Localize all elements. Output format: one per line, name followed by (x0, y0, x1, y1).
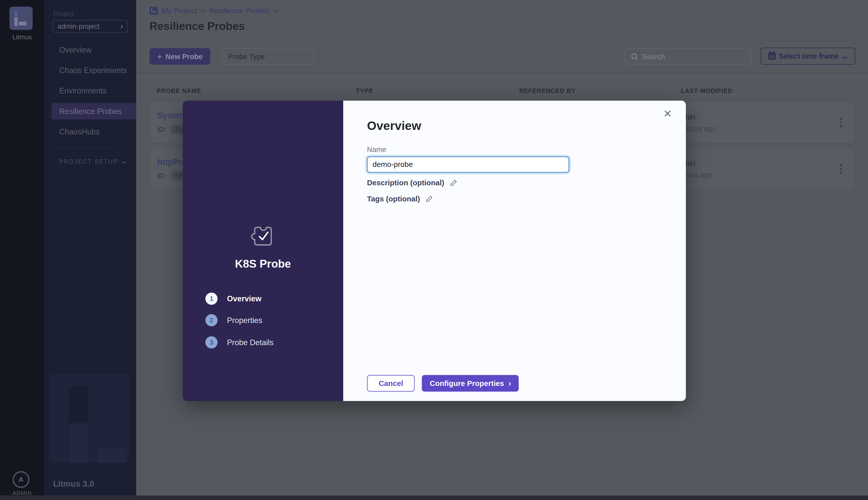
step-properties[interactable]: 2 Properties (205, 314, 262, 326)
description-field: Description (optional) (367, 179, 457, 187)
modified-by: admin (674, 159, 833, 168)
col-type: TYPE (349, 87, 512, 94)
sidebar-item-chaoshubs[interactable]: ChaosHubs (52, 123, 136, 140)
next-chevron-icon: › (509, 379, 511, 388)
bottom-bar (0, 496, 868, 500)
edit-pencil-icon[interactable] (426, 195, 433, 203)
sidebar-divider (53, 148, 117, 149)
modal-heading: Overview (367, 119, 421, 133)
kebab-menu-icon[interactable] (833, 114, 849, 131)
version-label: Litmus 3.0 (53, 479, 94, 488)
breadcrumb-logo-icon (149, 7, 158, 15)
sidebar-item-overview[interactable]: Overview (52, 42, 136, 58)
step-probe-details[interactable]: 3 Probe Details (205, 336, 273, 349)
configure-properties-button[interactable]: Configure Properties › (422, 375, 519, 391)
sidebar-rail: Litmus A ADMIN (0, 0, 44, 496)
litmus-logo[interactable] (9, 7, 33, 30)
tags-field: Tags (optional) (367, 195, 433, 203)
search-input[interactable]: Search (625, 48, 751, 65)
chevron-down-icon: ⌄ (121, 158, 128, 165)
step-overview[interactable]: 1 Overview (205, 293, 261, 305)
page-title: Resilience Probes (149, 20, 245, 33)
plus-icon: + (157, 52, 162, 61)
logo-label: Litmus (0, 33, 44, 41)
modal-side-panel: K8S Probe 1 Overview 2 Properties 3 Prob… (183, 101, 343, 401)
kebab-menu-icon[interactable] (833, 161, 849, 177)
sidebar-item-resilience-probes[interactable]: Resilience Probes (52, 103, 136, 120)
timeframe-chevron-icon: ⌄ (841, 53, 849, 60)
name-label: Name (367, 146, 386, 154)
project-name: admin-project (58, 22, 100, 30)
toolbar-divider (136, 72, 868, 73)
select-caret-icon: ⌄ (302, 53, 309, 60)
create-probe-modal: K8S Probe 1 Overview 2 Properties 3 Prob… (183, 101, 686, 401)
sidebar-item-chaos-experiments[interactable]: Chaos Experiments (52, 62, 136, 79)
cancel-button[interactable]: Cancel (367, 375, 415, 391)
new-probe-button[interactable]: + New Probe (149, 48, 210, 65)
modified-when: 22 hours ago (674, 124, 833, 133)
breadcrumb-resilience-probes[interactable]: Resilience Probes (209, 7, 269, 15)
project-selector[interactable]: admin-project › (53, 20, 128, 33)
close-icon[interactable]: ✕ (661, 106, 675, 121)
calendar-icon (768, 53, 776, 60)
name-field[interactable] (367, 157, 569, 173)
project-setup-label: PROJECT SETUP (59, 158, 118, 164)
sidebar: Project admin-project › Overview Chaos E… (44, 0, 136, 496)
col-probe-name: PROBE NAME (149, 87, 349, 94)
select-time-frame-button[interactable]: Select time frame ⌄ (761, 48, 855, 65)
sidebar-item-environments[interactable]: Environments (52, 82, 136, 99)
col-last-modified: LAST MODIFIED (674, 87, 833, 94)
search-icon (631, 53, 638, 60)
project-label: Project (53, 10, 74, 18)
admin-label: ADMIN (0, 490, 44, 496)
avatar[interactable]: A (13, 471, 30, 488)
edit-pencil-icon[interactable] (450, 179, 457, 186)
litmus-app: Litmus A ADMIN Project admin-project › O… (0, 0, 868, 500)
modified-by: admin (674, 112, 833, 121)
header-divider (136, 40, 868, 40)
breadcrumb: My Project > Resilience Probes > (149, 7, 277, 15)
sidebar-watermark (49, 374, 129, 463)
breadcrumb-my-project[interactable]: My Project (162, 7, 197, 15)
modified-when: 9 hours ago (674, 171, 833, 179)
modal-probe-title: K8S Probe (183, 258, 343, 271)
search-placeholder: Search (642, 52, 665, 61)
table-header-row: PROBE NAME TYPE REFERENCED BY LAST MODIF… (149, 87, 855, 94)
col-referenced: REFERENCED BY (512, 87, 674, 94)
project-chevron-icon: › (121, 22, 123, 31)
modal-body: ✕ Overview Name Description (optional) T… (343, 101, 686, 401)
probe-type-select[interactable]: Probe Type ⌄ (222, 48, 314, 65)
project-setup-toggle[interactable]: PROJECT SETUP ⌄ (59, 158, 127, 165)
probe-puzzle-check-icon (183, 224, 343, 249)
